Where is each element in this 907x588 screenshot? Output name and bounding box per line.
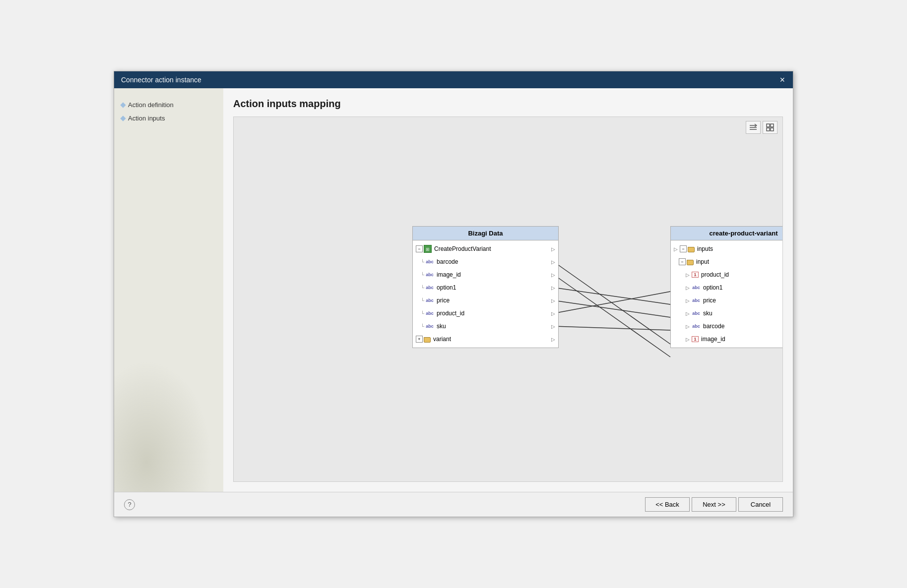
arrow-icon: ▷	[686, 337, 690, 342]
abc-icon: abc	[425, 272, 434, 277]
table-row: − input	[671, 255, 782, 268]
table-icon: ⊞	[424, 245, 432, 253]
abc-icon: abc	[425, 259, 434, 264]
row-text: barcode	[437, 258, 458, 265]
left-table-header: Bizagi Data	[413, 227, 558, 240]
table-row: ▷ abc option1	[671, 281, 782, 294]
sidebar-label: Action inputs	[128, 115, 165, 122]
table-row: ▷ abc price	[671, 294, 782, 307]
footer-buttons: << Back Next >> Cancel	[645, 497, 783, 512]
abc-icon: abc	[425, 311, 434, 316]
left-table-body: − ⊞ CreateProductVariant ▷ └ abc barcode…	[413, 240, 558, 348]
abc-icon: abc	[692, 298, 701, 303]
layout-icon	[749, 123, 758, 132]
sidebar-label: Action definition	[128, 101, 174, 109]
row-text: image_id	[437, 271, 461, 278]
arrow-icon: ▷	[551, 285, 555, 291]
row-text: product_id	[701, 271, 729, 278]
num-icon: 1	[692, 336, 699, 342]
folder-icon	[688, 247, 695, 252]
sidebar-decoration	[114, 343, 223, 492]
arrow-icon: ▷	[551, 324, 555, 329]
dialog: Connector action instance × Action defin…	[114, 71, 793, 517]
view-btn[interactable]	[763, 121, 777, 134]
table-row: ▷ 1 product_id	[671, 268, 782, 281]
arrow-icon: ▷	[686, 324, 690, 329]
arrow-icon: ▷	[551, 337, 555, 342]
abc-icon: abc	[692, 285, 701, 290]
main-content: Action inputs mapping	[223, 88, 793, 492]
row-text: price	[703, 297, 716, 304]
arrow-icon: ▷	[686, 285, 690, 291]
dash-icon: └	[421, 324, 424, 329]
row-text: product_id	[437, 310, 464, 317]
svg-line-12	[554, 326, 670, 330]
row-text: input	[696, 258, 709, 265]
sidebar-item-action-inputs[interactable]: Action inputs	[119, 112, 218, 125]
arrow-icon: ▷	[686, 298, 690, 303]
row-text: price	[437, 297, 450, 304]
next-button[interactable]: Next >>	[692, 497, 736, 512]
dialog-body: Action definition Action inputs Action i…	[114, 88, 793, 492]
right-table-header: create-product-variant	[671, 227, 782, 240]
svg-line-10	[554, 300, 670, 317]
dash-icon: └	[421, 298, 424, 303]
dialog-title: Connector action instance	[121, 76, 201, 84]
folder-icon	[687, 260, 694, 265]
diamond-icon	[120, 102, 126, 108]
row-text: CreateProductVariant	[434, 245, 491, 252]
svg-rect-6	[771, 128, 774, 131]
abc-icon: abc	[425, 298, 434, 303]
row-text: variant	[433, 336, 451, 343]
abc-icon: abc	[692, 324, 701, 329]
help-button[interactable]: ?	[124, 499, 135, 510]
row-text: sku	[437, 323, 446, 330]
table-row: + variant ▷	[413, 333, 558, 346]
abc-icon: abc	[692, 311, 701, 316]
row-text: sku	[703, 310, 713, 317]
arrow-icon: ▷	[686, 272, 690, 278]
expand-icon[interactable]: −	[416, 245, 423, 252]
view-icon	[766, 123, 775, 132]
row-text: option1	[437, 284, 456, 291]
arrow-icon: ▷	[551, 259, 555, 265]
row-text: inputs	[697, 245, 713, 252]
canvas: Bizagi Data − ⊞ CreateProductVariant ▷	[234, 117, 782, 481]
dash-icon: └	[421, 311, 424, 316]
left-mapping-table: Bizagi Data − ⊞ CreateProductVariant ▷	[412, 226, 559, 348]
arrow-icon: ▷	[674, 246, 678, 252]
table-row: └ abc sku ▷	[413, 320, 558, 333]
abc-icon: abc	[425, 285, 434, 290]
svg-rect-4	[771, 124, 774, 127]
table-row: └ abc price ▷	[413, 294, 558, 307]
arrow-icon: ▷	[551, 272, 555, 278]
footer: ? << Back Next >> Cancel	[114, 492, 793, 517]
abc-icon: abc	[425, 324, 434, 329]
dash-icon: └	[421, 285, 424, 291]
table-row: └ abc barcode ▷	[413, 255, 558, 268]
arrow-icon: ▷	[551, 311, 555, 316]
table-row: └ abc image_id ▷	[413, 268, 558, 281]
svg-line-8	[554, 275, 670, 357]
table-row: ▷ abc barcode	[671, 320, 782, 333]
svg-line-7	[554, 262, 670, 344]
row-text: image_id	[701, 336, 725, 343]
expand-icon[interactable]: +	[416, 336, 423, 343]
table-row: └ abc option1 ▷	[413, 281, 558, 294]
right-mapping-table: create-product-variant ▷ − inputs	[670, 226, 782, 348]
expand-icon[interactable]: −	[680, 245, 687, 252]
close-button[interactable]: ×	[778, 75, 786, 84]
cancel-button[interactable]: Cancel	[738, 497, 783, 512]
layout-btn[interactable]	[746, 121, 761, 134]
toolbar-icons	[746, 121, 777, 134]
back-button[interactable]: << Back	[645, 497, 690, 512]
sidebar-item-action-definition[interactable]: Action definition	[119, 98, 218, 112]
expand-icon[interactable]: −	[679, 258, 686, 265]
page-title: Action inputs mapping	[233, 98, 783, 110]
table-row: └ abc product_id ▷	[413, 307, 558, 320]
svg-rect-3	[767, 124, 770, 127]
row-text: option1	[703, 284, 722, 291]
table-row: ▷ − inputs	[671, 242, 782, 255]
folder-icon	[424, 337, 431, 343]
svg-line-11	[554, 292, 670, 313]
